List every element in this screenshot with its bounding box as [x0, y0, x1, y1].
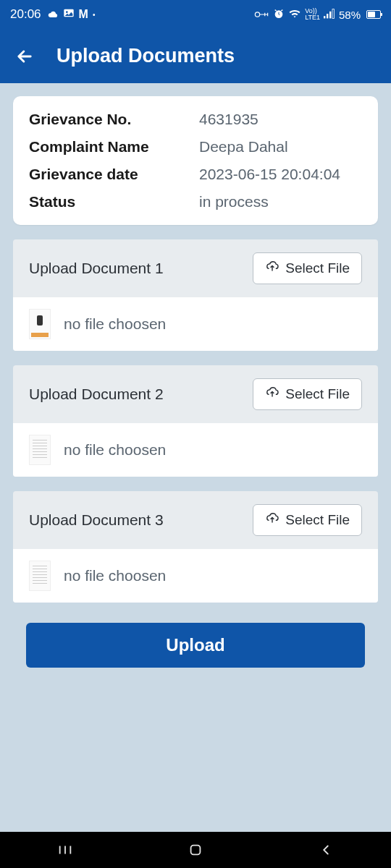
nav-recents-button[interactable]: [36, 842, 94, 858]
svg-rect-6: [329, 11, 331, 18]
network-label: Vo))LTE1: [305, 8, 320, 21]
value-complaint-name: Deepa Dahal: [199, 138, 288, 156]
status-left: 20:06 M •: [10, 7, 95, 22]
cloud-icon: [46, 7, 59, 22]
nav-home-button[interactable]: [167, 842, 224, 858]
select-file-label-1: Select File: [285, 260, 350, 276]
select-file-button-3[interactable]: Select File: [253, 504, 362, 536]
vpn-icon: [253, 9, 269, 21]
file-thumbnail-2: [29, 435, 51, 465]
select-file-button-1[interactable]: Select File: [253, 252, 362, 284]
wifi-icon: [288, 9, 301, 21]
cloud-upload-icon: [265, 260, 279, 276]
file-status-1: no file choosen: [64, 315, 166, 333]
nav-back-button[interactable]: [297, 842, 355, 858]
file-thumbnail-3: [29, 561, 51, 591]
svg-point-2: [255, 12, 259, 16]
page-title: Upload Documents: [56, 45, 235, 67]
svg-rect-4: [324, 16, 325, 18]
upload-header-1: Upload Document 1 Select File: [13, 239, 378, 297]
info-row-complaint-name: Complaint Name Deepa Dahal: [29, 138, 362, 156]
cloud-upload-icon: [265, 512, 279, 528]
app-bar: Upload Documents: [0, 29, 391, 83]
file-display-1: no file choosen: [13, 297, 378, 351]
status-bar: 20:06 M • Vo))LTE1 58%: [0, 0, 391, 29]
m-icon: M: [79, 8, 88, 21]
content: Grievance No. 4631935 Complaint Name Dee…: [0, 83, 391, 681]
file-display-2: no file choosen: [13, 423, 378, 477]
signal-icon: [324, 9, 335, 21]
android-nav-bar: [0, 832, 391, 868]
upload-header-2: Upload Document 2 Select File: [13, 365, 378, 423]
select-file-button-2[interactable]: Select File: [253, 378, 362, 410]
svg-rect-8: [191, 846, 201, 855]
info-row-grievance-date: Grievance date 2023-06-15 20:04:04: [29, 166, 362, 183]
status-right: Vo))LTE1 58%: [253, 8, 381, 22]
battery-percent: 58%: [339, 9, 361, 21]
upload-submit-button[interactable]: Upload: [26, 623, 365, 668]
upload-label-3: Upload Document 3: [29, 511, 164, 529]
upload-header-3: Upload Document 3 Select File: [13, 491, 378, 549]
file-status-3: no file choosen: [64, 567, 166, 584]
svg-point-1: [66, 11, 68, 13]
cloud-upload-icon: [265, 386, 279, 402]
gallery-icon: [63, 7, 75, 22]
label-complaint-name: Complaint Name: [29, 138, 199, 156]
file-status-2: no file choosen: [64, 441, 166, 459]
select-file-label-3: Select File: [285, 512, 350, 528]
value-status: in process: [199, 193, 269, 210]
svg-rect-7: [332, 9, 334, 18]
status-time: 20:06: [10, 7, 41, 22]
info-row-status: Status in process: [29, 193, 362, 210]
upload-label-2: Upload Document 2: [29, 386, 164, 403]
dot-icon: •: [93, 11, 96, 19]
file-display-3: no file choosen: [13, 549, 378, 603]
value-grievance-date: 2023-06-15 20:04:04: [199, 166, 340, 183]
upload-label-1: Upload Document 1: [29, 260, 164, 277]
label-status: Status: [29, 193, 199, 210]
upload-section-2: Upload Document 2 Select File no file ch…: [13, 365, 378, 477]
label-grievance-no: Grievance No.: [29, 111, 199, 128]
alarm-icon: [273, 8, 285, 22]
select-file-label-2: Select File: [285, 386, 350, 402]
back-button[interactable]: [10, 42, 39, 71]
upload-section-3: Upload Document 3 Select File no file ch…: [13, 491, 378, 603]
info-row-grievance-no: Grievance No. 4631935: [29, 111, 362, 128]
file-thumbnail-1: [29, 309, 51, 339]
label-grievance-date: Grievance date: [29, 166, 199, 183]
battery-icon: [364, 10, 381, 19]
value-grievance-no: 4631935: [199, 111, 258, 128]
svg-rect-5: [327, 14, 328, 18]
upload-section-1: Upload Document 1 Select File no file ch…: [13, 239, 378, 351]
grievance-info-card: Grievance No. 4631935 Complaint Name Dee…: [13, 96, 378, 225]
